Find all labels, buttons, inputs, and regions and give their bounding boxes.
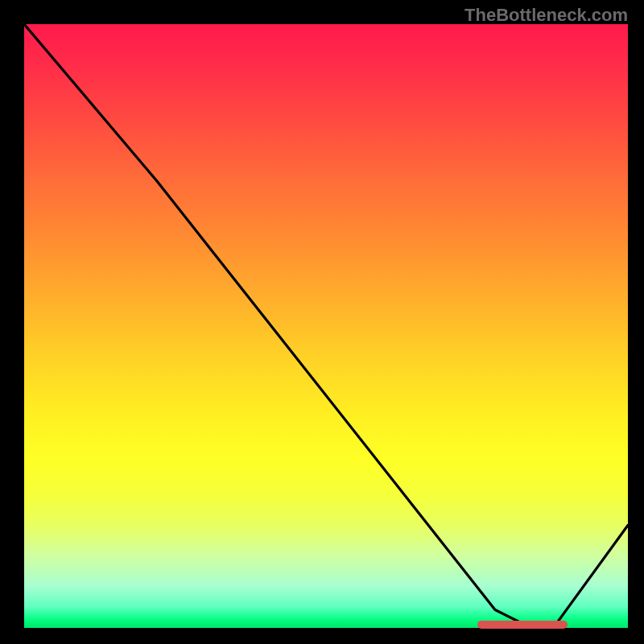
watermark-text: TheBottleneck.com [464, 5, 628, 26]
curve-path [24, 24, 628, 625]
optimal-indicator [477, 621, 568, 629]
plot-area [24, 24, 628, 628]
bottleneck-curve [24, 24, 628, 628]
